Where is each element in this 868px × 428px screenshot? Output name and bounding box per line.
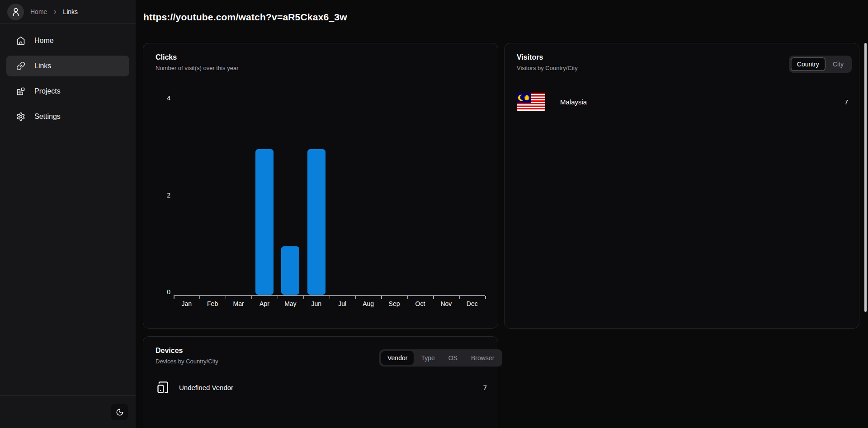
x-axis-tick	[433, 296, 434, 299]
x-axis-tick	[174, 296, 175, 299]
y-axis-tick-label: 0	[152, 288, 170, 296]
x-axis-label-sep: Sep	[389, 300, 400, 307]
breadcrumb: Home Links	[30, 8, 78, 15]
sidebar-footer	[0, 395, 136, 428]
main-content: https://youtube.com/watch?v=aR5Ckax6_3w …	[136, 0, 868, 428]
chart-bar-may	[281, 246, 299, 295]
theme-toggle-button[interactable]	[111, 404, 128, 420]
x-axis-label-jun: Jun	[311, 300, 321, 307]
chevron-right-icon	[52, 9, 58, 15]
tab-vendor[interactable]: Vendor	[381, 351, 414, 365]
x-axis-label-feb: Feb	[207, 300, 218, 307]
x-axis-tick	[199, 296, 200, 299]
malaysia-flag	[517, 93, 545, 111]
x-axis-tick	[303, 296, 304, 299]
visitors-card: Visitors Visitors by Country/City Countr…	[504, 43, 859, 329]
blocks-icon	[16, 87, 25, 96]
page-title: https://youtube.com/watch?v=aR5Ckax6_3w	[143, 12, 347, 23]
breadcrumb-home[interactable]: Home	[30, 8, 47, 15]
device-count: 7	[483, 384, 487, 391]
house-icon	[16, 36, 25, 45]
avatar[interactable]	[7, 4, 24, 20]
x-axis-label-nov: Nov	[440, 300, 452, 307]
sidebar-item-home[interactable]: Home	[6, 30, 129, 51]
sidebar-item-settings[interactable]: Settings	[6, 106, 129, 127]
clicks-bar-chart: 024JanFebMarAprMayJunJulAugSepOctNovDec	[143, 43, 498, 328]
chart-bar-jun	[307, 149, 326, 295]
x-axis-label-mar: Mar	[233, 300, 244, 307]
visitors-card-title: Visitors	[517, 53, 578, 61]
x-axis-label-jul: Jul	[338, 300, 346, 307]
x-axis-label-may: May	[284, 300, 296, 307]
topbar: Home Links	[0, 0, 136, 24]
x-axis-label-aug: Aug	[363, 300, 374, 307]
x-axis-tick	[226, 296, 226, 299]
devices-tabs: VendorTypeOSBrowser	[379, 349, 502, 367]
x-axis-tick	[278, 296, 278, 299]
device-vendor-label: Undefined Vendor	[179, 384, 233, 391]
user-icon	[11, 7, 21, 17]
devices-card-subtitle: Devices by Country/City	[156, 358, 218, 365]
y-axis-tick-label: 2	[152, 192, 170, 199]
x-axis-tick	[355, 296, 356, 299]
x-axis-tick	[485, 296, 486, 299]
sidebar-item-projects[interactable]: Projects	[6, 81, 129, 102]
sidebar-nav: Home Links Projects	[0, 24, 136, 133]
visitors-card-header: Visitors Visitors by Country/City	[517, 53, 578, 71]
visitor-count: 7	[844, 98, 848, 106]
link-icon	[16, 61, 25, 71]
x-axis-label-oct: Oct	[415, 300, 425, 307]
visitors-card-subtitle: Visitors by Country/City	[517, 65, 578, 71]
device-row: Undefined Vendor 7	[156, 381, 487, 394]
chart-bar-apr	[255, 149, 274, 295]
tablet-smartphone-icon	[156, 381, 169, 394]
sidebar: Home Links Home Links	[0, 0, 136, 428]
clicks-card: Clicks Number of visit(s) over this year…	[143, 43, 498, 329]
sidebar-item-label: Projects	[34, 87, 61, 95]
moon-icon	[116, 408, 124, 416]
devices-card-header: Devices Devices by Country/City	[156, 347, 218, 365]
x-axis-tick	[459, 296, 460, 299]
devices-card-title: Devices	[156, 347, 218, 355]
x-axis-label-apr: Apr	[259, 300, 269, 307]
x-axis-tick	[330, 296, 330, 299]
y-axis-tick-label: 4	[152, 94, 170, 102]
x-axis-tick	[381, 296, 382, 299]
x-axis-tick	[407, 296, 408, 299]
sidebar-item-links[interactable]: Links	[6, 56, 129, 76]
x-axis-tick	[251, 296, 252, 299]
breadcrumb-links[interactable]: Links	[63, 8, 78, 15]
visitor-country-label: Malaysia	[560, 98, 587, 106]
tab-browser[interactable]: Browser	[465, 351, 500, 365]
toggle-option-city[interactable]: City	[826, 57, 850, 71]
visitors-country-city-toggle: CountryCity	[789, 56, 852, 73]
tab-os[interactable]: OS	[442, 351, 464, 365]
sidebar-item-label: Links	[34, 62, 51, 70]
toggle-option-country[interactable]: Country	[791, 57, 826, 71]
x-axis-label-jan: Jan	[181, 300, 192, 307]
tab-type[interactable]: Type	[415, 351, 441, 365]
sidebar-item-label: Home	[34, 37, 54, 45]
x-axis-label-dec: Dec	[467, 300, 478, 307]
gear-icon	[16, 112, 25, 121]
visitor-row: Malaysia 7	[517, 93, 848, 111]
devices-card: Devices Devices by Country/City VendorTy…	[143, 336, 498, 428]
sidebar-item-label: Settings	[34, 113, 61, 121]
scrollbar-thumb[interactable]	[864, 43, 867, 312]
